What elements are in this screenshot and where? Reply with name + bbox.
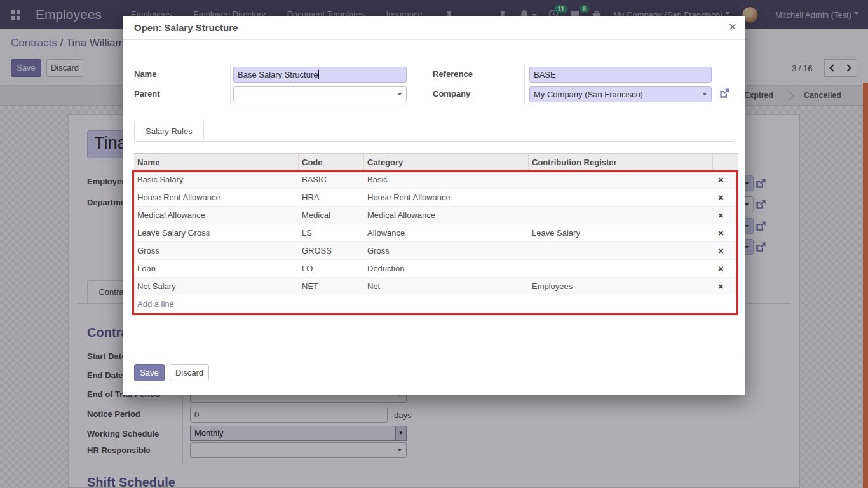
screen: Employees Employees Employee Directory D… <box>0 0 868 488</box>
modal-discard-button[interactable]: Discard <box>170 364 209 381</box>
header-category[interactable]: Category <box>364 154 529 171</box>
delete-row-icon[interactable]: × <box>713 174 738 185</box>
modal-label-separator <box>230 65 231 105</box>
modal-tab-strip-line <box>134 141 734 142</box>
modal-label-separator <box>524 65 525 105</box>
modal-header: Open: Salary Structure × <box>123 16 745 40</box>
table-row[interactable]: Medical Allowance Medical Medical Allowa… <box>134 207 738 224</box>
table-row[interactable]: House Rent Allowance HRA House Rent Allo… <box>134 189 738 207</box>
delete-row-icon[interactable]: × <box>713 281 738 292</box>
table-header-row: Name Code Category Contribution Register <box>134 153 738 171</box>
header-contribution-register[interactable]: Contribution Register <box>529 154 713 171</box>
delete-row-icon[interactable]: × <box>713 210 738 220</box>
name-label: Name <box>134 69 156 79</box>
salary-structure-modal: Open: Salary Structure × Name Base Salar… <box>123 16 745 395</box>
delete-row-icon[interactable]: × <box>713 227 738 238</box>
header-code[interactable]: Code <box>299 154 364 171</box>
salary-rules-table: Name Code Category Contribution Register… <box>134 153 738 313</box>
parent-label: Parent <box>134 89 159 98</box>
table-row[interactable]: Gross GROSS Gross × <box>134 242 738 260</box>
tab-salary-rules[interactable]: Salary Rules <box>134 121 204 142</box>
table-row[interactable]: Leave Salary Gross LS Allowance Leave Sa… <box>134 224 738 242</box>
add-a-line-link[interactable]: Add a line <box>134 295 738 313</box>
name-input[interactable]: Base Salary Structure <box>233 67 407 83</box>
delete-row-icon[interactable]: × <box>713 192 738 203</box>
text-cursor <box>318 70 319 79</box>
company-label: Company <box>433 89 470 98</box>
company-external-link-icon[interactable] <box>719 87 731 99</box>
header-name[interactable]: Name <box>134 154 299 171</box>
table-row[interactable]: Loan LO Deduction × <box>134 260 738 278</box>
table-row[interactable]: Basic Salary BASIC Basic × <box>134 171 738 189</box>
modal-save-button[interactable]: Save <box>134 364 165 381</box>
delete-row-icon[interactable]: × <box>713 263 738 274</box>
modal-footer-separator <box>123 355 745 355</box>
close-icon[interactable]: × <box>729 20 736 33</box>
parent-dropdown[interactable] <box>233 86 407 102</box>
modal-title: Open: Salary Structure <box>134 22 238 33</box>
reference-label: Reference <box>433 69 473 79</box>
reference-input[interactable]: BASE <box>529 67 712 83</box>
delete-row-icon[interactable]: × <box>713 245 738 256</box>
table-row[interactable]: Net Salary NET Net Employees × <box>134 278 738 295</box>
company-dropdown[interactable]: My Company (San Francisco) <box>529 86 712 102</box>
